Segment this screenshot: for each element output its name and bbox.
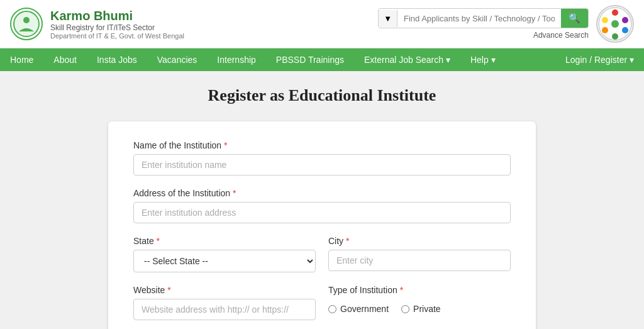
website-input[interactable] (133, 299, 316, 320)
emblem (596, 5, 634, 43)
institution-type-radio-group: Government Private (328, 299, 511, 314)
search-input[interactable] (397, 10, 561, 27)
institution-name-group: Name of the Institution * (133, 140, 511, 176)
nav-item-login[interactable]: Login / Register ▾ (555, 48, 644, 71)
svg-point-6 (612, 33, 618, 40)
nav-spacer (506, 48, 555, 71)
header: Karmo Bhumi Skill Registry for IT/ITeS S… (0, 0, 644, 48)
brand-info: Karmo Bhumi Skill Registry for IT/ITeS S… (50, 9, 370, 40)
registration-form: Name of the Institution * Address of the… (108, 121, 536, 329)
required-marker-4: * (346, 236, 349, 246)
search-bar: ▼ 🔍 (378, 8, 589, 28)
nav-item-about[interactable]: About (43, 48, 87, 71)
svg-point-5 (622, 27, 628, 33)
address-label: Address of the Institution * (133, 188, 511, 198)
search-button[interactable]: 🔍 (561, 9, 588, 28)
radio-private[interactable]: Private (401, 304, 441, 314)
svg-point-9 (611, 20, 619, 28)
search-area: ▼ 🔍 Advance Search (378, 8, 589, 40)
page-title-bar: Register as Educational Institute (0, 71, 644, 115)
state-group: State * -- Select State -- (133, 236, 316, 272)
required-marker-6: * (400, 285, 403, 295)
brand-name: Karmo Bhumi (50, 9, 370, 23)
brand-subtitle: Skill Registry for IT/ITeS Sector (50, 23, 370, 32)
radio-government-label: Government (340, 304, 389, 314)
nav-item-vacancies[interactable]: Vacancies (147, 48, 208, 71)
required-marker-2: * (233, 188, 236, 198)
state-city-row: State * -- Select State -- City * (133, 236, 511, 285)
svg-point-7 (602, 27, 608, 33)
city-group: City * (328, 236, 511, 272)
institution-name-label: Name of the Institution * (133, 140, 511, 150)
search-dropdown-button[interactable]: ▼ (379, 10, 397, 27)
address-group: Address of the Institution * (133, 188, 511, 223)
state-label: State * (133, 236, 316, 246)
advance-search-link[interactable]: Advance Search (533, 31, 589, 40)
radio-government[interactable]: Government (328, 304, 389, 314)
required-marker: * (224, 140, 227, 150)
institution-type-label: Type of Institution * (328, 285, 511, 295)
radio-government-input[interactable] (328, 305, 336, 313)
radio-private-input[interactable] (401, 305, 409, 313)
nav-item-insta-jobs[interactable]: Insta Jobs (87, 48, 147, 71)
brand-dept: Department of IT & E, Govt. of West Beng… (50, 32, 370, 40)
page-title: Register as Educational Institute (10, 86, 634, 105)
website-label: Website * (133, 285, 316, 295)
required-marker-3: * (157, 236, 160, 246)
navbar: Home About Insta Jobs Vacancies Internsh… (0, 48, 644, 71)
nav-item-help[interactable]: Help ▾ (460, 48, 506, 71)
required-marker-5: * (167, 285, 170, 295)
institution-name-input[interactable] (133, 154, 511, 176)
institution-type-group: Type of Institution * Government Private (328, 285, 511, 320)
website-group: Website * (133, 285, 316, 320)
website-type-row: Website * Type of Institution * Governme… (133, 285, 511, 329)
state-select[interactable]: -- Select State -- (133, 250, 316, 272)
svg-point-8 (602, 17, 608, 23)
nav-item-internship[interactable]: Internship (207, 48, 265, 71)
nav-item-pbssd[interactable]: PBSSD Trainings (266, 48, 354, 71)
city-label: City * (328, 236, 511, 246)
nav-item-home[interactable]: Home (0, 48, 43, 71)
brand-logo (10, 8, 43, 40)
radio-private-label: Private (413, 304, 441, 314)
svg-point-0 (14, 11, 39, 36)
address-input[interactable] (133, 202, 511, 223)
svg-point-3 (612, 9, 618, 16)
svg-point-1 (23, 17, 30, 23)
city-input[interactable] (328, 250, 511, 271)
svg-point-4 (622, 17, 628, 23)
nav-item-external-job[interactable]: External Job Search ▾ (354, 48, 460, 71)
